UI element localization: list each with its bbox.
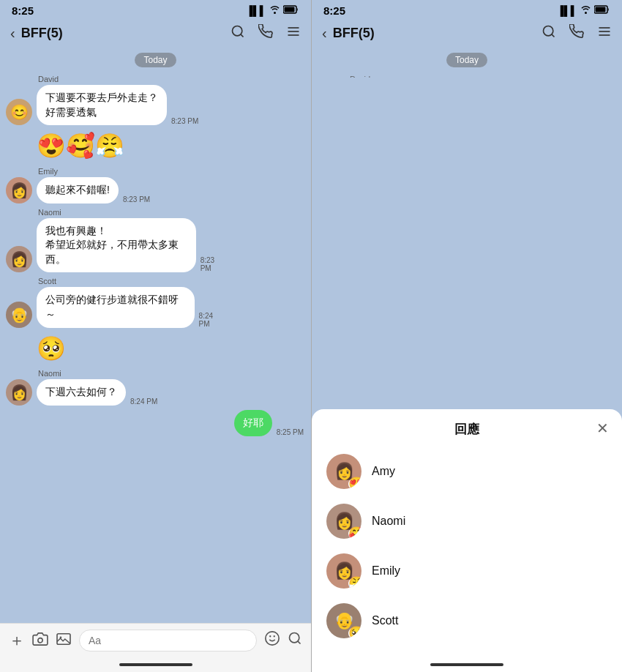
reaction-item-naomi[interactable]: 👩 🥰 Naomi	[312, 496, 622, 546]
msg-col-scott-sticker: 🥺	[37, 332, 66, 365]
msg-row-me: 8:25 PM 好耶	[6, 410, 305, 436]
avatar-amy-reaction: 👩 😍	[326, 454, 361, 489]
msg-with-time-naomi2: 下週六去如何？ 8:24 PM	[37, 379, 159, 406]
time-naomi1: 8:23 PM	[199, 256, 227, 272]
emoji-icon-left[interactable]	[264, 630, 280, 651]
msg-col-david-sticker: 😍🥰😤	[37, 130, 124, 163]
msg-row-scott-sticker: 🥺	[6, 332, 305, 365]
msg-col-david-r: David 下週要不要去戶外走走？好需要透氣 8:23 PM	[348, 75, 512, 78]
svg-point-7	[38, 638, 42, 643]
msg-row-david: 😊 David 下週要不要去戶外走走？好需要透氣 8:23 PM	[6, 75, 305, 125]
plus-icon-left[interactable]: ＋	[9, 630, 25, 652]
bubble-me: 好耶	[234, 410, 272, 436]
sender-david: David	[37, 75, 200, 83]
bubble-scott-sticker: 🥺	[37, 332, 66, 365]
wifi-icon-right	[580, 5, 591, 16]
date-chip-left: Today	[135, 53, 176, 67]
emoji-badge-emily: 😤	[348, 577, 361, 589]
signal-icon-right: ▐▌▌	[557, 5, 577, 16]
avatar-emily: 👩	[6, 177, 32, 204]
svg-rect-16	[596, 7, 606, 12]
status-bar-left: 8:25 ▐▌▌	[0, 0, 311, 18]
home-indicator-left	[0, 657, 311, 672]
left-panel: 8:25 ▐▌▌ ‹ BFF(5) Today	[0, 0, 311, 672]
header-icons-left	[231, 24, 301, 42]
sender-emily: Emily	[37, 167, 151, 176]
svg-line-18	[552, 34, 555, 37]
home-bar-left	[119, 663, 192, 666]
sender-david-r: David	[348, 75, 512, 78]
bubble-naomi2: 下週六去如何？	[37, 379, 126, 406]
sender-naomi2: Naomi	[37, 369, 159, 378]
reaction-overlay: 回應 ✕ 👩 😍 Amy 👩 🥰 Naomi	[312, 409, 622, 672]
bubble-david-sticker: 😍🥰😤	[37, 130, 124, 163]
search-icon-bottom-left[interactable]	[288, 631, 302, 650]
chat-area-right: 😊 David 下週要不要去戶外走走？好需要透氣 8:23 PM 😍🥰😤 👩 E…	[312, 72, 622, 78]
msg-col-naomi2: Naomi 下週六去如何？ 8:24 PM	[37, 369, 159, 406]
reaction-item-scott[interactable]: 👴 🥺 Scott	[312, 596, 622, 646]
phone-icon-right[interactable]	[569, 24, 584, 42]
header-right: ‹ BFF(5)	[312, 18, 622, 48]
header-icons-right	[542, 24, 612, 42]
name-amy: Amy	[372, 465, 395, 478]
camera-icon-left[interactable]	[32, 631, 48, 650]
reaction-header: 回應 ✕	[312, 409, 622, 444]
svg-point-13	[290, 633, 299, 643]
msg-with-time-david: 下週要不要去戶外走走？好需要透氣 8:23 PM	[37, 85, 200, 125]
date-chip-container-left: Today	[0, 48, 311, 72]
sender-naomi1: Naomi	[37, 208, 227, 217]
reaction-close-button[interactable]: ✕	[596, 419, 609, 437]
msg-col-scott: Scott 公司旁的健行步道就很不錯呀～ 8:24 PM	[37, 277, 227, 327]
time-emily: 8:23 PM	[121, 195, 151, 204]
chat-area-left[interactable]: 😊 David 下週要不要去戶外走走？好需要透氣 8:23 PM 😍🥰😤 👩 E…	[0, 72, 311, 623]
battery-icon-right	[594, 5, 610, 16]
back-button-left[interactable]: ‹	[10, 25, 15, 42]
svg-rect-1	[285, 7, 295, 12]
name-naomi: Naomi	[372, 515, 405, 528]
reaction-list: 👩 😍 Amy 👩 🥰 Naomi 👩 😤 Emily	[312, 444, 622, 657]
name-scott: Scott	[372, 614, 398, 627]
msg-with-time-emily: 聽起來不錯喔! 8:23 PM	[37, 177, 151, 204]
phone-icon-left[interactable]	[258, 24, 273, 42]
menu-icon-left[interactable]	[286, 24, 301, 42]
signal-icon: ▐▌▌	[246, 5, 266, 16]
msg-row-scott: 👴 Scott 公司旁的健行步道就很不錯呀～ 8:24 PM	[6, 277, 305, 327]
bottom-bar-left: ＋	[0, 623, 311, 657]
emoji-badge-amy: 😍	[348, 477, 361, 489]
msg-col-naomi1: Naomi 我也有興趣！希望近郊就好，不用帶太多東西。 8:23 PM	[37, 208, 227, 273]
avatar-naomi2: 👩	[6, 379, 32, 406]
msg-with-time-naomi1: 我也有興趣！希望近郊就好，不用帶太多東西。 8:23 PM	[37, 218, 227, 273]
avatar-david: 😊	[6, 99, 32, 125]
reaction-item-amy[interactable]: 👩 😍 Amy	[312, 447, 622, 496]
bubble-naomi1: 我也有興趣！希望近郊就好，不用帶太多東西。	[37, 218, 196, 273]
search-icon-right[interactable]	[542, 24, 556, 42]
avatar-naomi-reaction: 👩 🥰	[326, 504, 361, 539]
time-scott: 8:24 PM	[198, 312, 227, 328]
msg-row-david-r: 😊 David 下週要不要去戶外走走？好需要透氣 8:23 PM	[318, 75, 616, 78]
msg-row-emily: 👩 Emily 聽起來不錯喔! 8:23 PM	[6, 167, 305, 204]
right-panel: 8:25 ▐▌▌ ‹ BFF(5) Today	[311, 0, 622, 672]
svg-line-14	[298, 641, 301, 644]
name-emily: Emily	[372, 564, 400, 578]
bubble-david: 下週要不要去戶外走走？好需要透氣	[37, 85, 167, 125]
svg-point-2	[233, 26, 242, 36]
status-icons-left: ▐▌▌	[246, 5, 299, 16]
search-icon-left[interactable]	[231, 24, 245, 42]
status-time-left: 8:25	[12, 4, 34, 17]
svg-point-17	[544, 26, 553, 36]
msg-row-naomi1: 👩 Naomi 我也有興趣！希望近郊就好，不用帶太多東西。 8:23 PM	[6, 208, 305, 273]
menu-icon-right[interactable]	[597, 24, 612, 42]
home-bar-right	[430, 663, 503, 666]
time-naomi2: 8:24 PM	[129, 397, 159, 406]
avatar-scott-reaction: 👴 🥺	[326, 603, 361, 638]
back-button-right[interactable]: ‹	[322, 25, 327, 42]
status-bar-right: 8:25 ▐▌▌	[312, 0, 622, 18]
status-time-right: 8:25	[323, 4, 345, 17]
image-icon-left[interactable]	[56, 631, 72, 650]
battery-icon	[283, 5, 299, 16]
chat-title-right: BFF(5)	[333, 26, 536, 41]
avatar-scott: 👴	[6, 302, 32, 328]
msg-col-emily: Emily 聽起來不錯喔! 8:23 PM	[37, 167, 151, 204]
reaction-item-emily[interactable]: 👩 😤 Emily	[312, 546, 622, 596]
message-input-left[interactable]	[79, 630, 257, 652]
